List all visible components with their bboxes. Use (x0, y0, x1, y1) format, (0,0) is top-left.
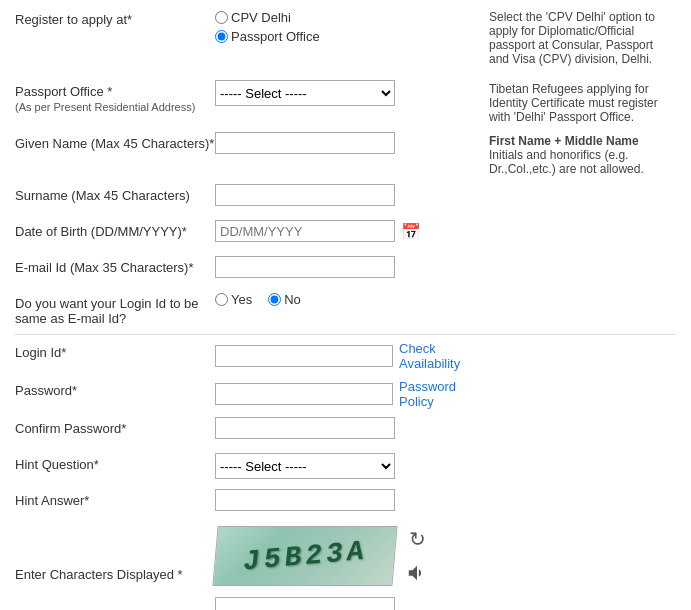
cpv-delhi-radio[interactable] (215, 11, 228, 24)
hint-question-label: Hint Question* (15, 453, 215, 472)
confirm-password-input-wrapper (215, 417, 481, 439)
login-id-input[interactable] (215, 345, 393, 367)
confirm-password-input[interactable] (215, 417, 395, 439)
audio-icon (406, 562, 428, 584)
passport-office-info2: Tibetan Refugees applying for Identity C… (481, 80, 676, 124)
audio-captcha-button[interactable] (403, 559, 431, 587)
passport-office-select[interactable]: ----- Select ----- (215, 80, 395, 106)
register-at-label: Register to apply at* (15, 10, 215, 27)
captcha-text: J5B23A (241, 535, 368, 577)
captcha-controls: ↻ (403, 525, 431, 587)
login-id-input-wrapper: Check Availability (215, 341, 481, 371)
refresh-captcha-button[interactable]: ↻ (403, 525, 431, 553)
no-radio[interactable] (268, 293, 281, 306)
password-policy-link[interactable]: Password Policy (399, 379, 481, 409)
password-input[interactable] (215, 383, 393, 405)
no-option[interactable]: No (268, 292, 301, 307)
yes-radio[interactable] (215, 293, 228, 306)
yes-option[interactable]: Yes (215, 292, 252, 307)
passport-office-field-label: Passport Office * (As per Present Reside… (15, 80, 215, 114)
email-label: E-mail Id (Max 35 Characters)* (15, 256, 215, 275)
captcha-wrapper: J5B23A ↻ (215, 525, 481, 610)
confirm-password-label: Confirm Password* (15, 417, 215, 436)
register-at-options: CPV Delhi Passport Office (215, 10, 481, 44)
email-input-wrapper (215, 256, 481, 278)
hint-answer-input-wrapper (215, 489, 481, 511)
passport-office-text: Passport Office (231, 29, 320, 44)
given-name-input[interactable] (215, 132, 395, 154)
email-input[interactable] (215, 256, 395, 278)
login-same-label: Do you want your Login Id to be same as … (15, 292, 215, 326)
no-label: No (284, 292, 301, 307)
passport-office-radio[interactable] (215, 30, 228, 43)
hint-question-select[interactable]: ----- Select ----- (215, 453, 395, 479)
passport-office-select-wrapper: ----- Select ----- (215, 80, 481, 106)
given-name-input-wrapper (215, 132, 481, 154)
cpv-delhi-option[interactable]: CPV Delhi (215, 10, 471, 25)
given-name-label: Given Name (Max 45 Characters)* (15, 132, 215, 151)
calendar-icon[interactable]: 📅 (401, 222, 421, 241)
password-label: Password* (15, 379, 215, 398)
login-same-options: Yes No (215, 292, 481, 307)
check-availability-link[interactable]: Check Availability (399, 341, 481, 371)
dob-label: Date of Birth (DD/MM/YYYY)* (15, 220, 215, 239)
dob-input[interactable] (215, 220, 395, 242)
hint-answer-label: Hint Answer* (15, 489, 215, 508)
hint-question-select-wrapper: ----- Select ----- (215, 453, 481, 479)
register-at-info: Select the 'CPV Delhi' option to apply f… (481, 10, 676, 66)
surname-label: Surname (Max 45 Characters) (15, 184, 215, 203)
captcha-area: J5B23A ↻ (215, 525, 431, 587)
surname-input[interactable] (215, 184, 395, 206)
captcha-entry-row (215, 597, 431, 610)
cpv-delhi-text: CPV Delhi (231, 10, 291, 25)
captcha-image: J5B23A (212, 526, 397, 586)
surname-input-wrapper (215, 184, 481, 206)
login-id-label: Login Id* (15, 341, 215, 360)
yes-label: Yes (231, 292, 252, 307)
password-input-wrapper: Password Policy (215, 379, 481, 409)
captcha-label: Enter Characters Displayed * (15, 563, 215, 582)
passport-office-option[interactable]: Passport Office (215, 29, 471, 44)
hint-answer-input[interactable] (215, 489, 395, 511)
given-name-info: First Name + Middle Name Initials and ho… (481, 132, 676, 176)
captcha-input[interactable] (215, 597, 395, 610)
dob-input-wrapper: 📅 (215, 220, 481, 242)
